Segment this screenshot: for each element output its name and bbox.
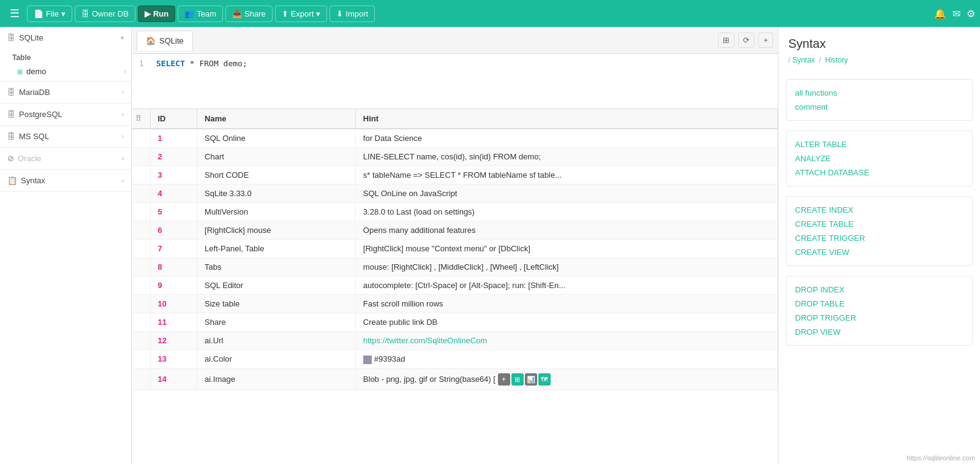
file-icon: 📄: [34, 9, 43, 18]
hamburger-menu-button[interactable]: ☰: [5, 4, 24, 23]
main-layout: 🗄SQLite ▾ Table ⊞demo › 🗄MariaDB › 🗄Post…: [0, 27, 980, 464]
tab-sqlite-label: SQLite: [159, 36, 184, 45]
owner-db-icon: 🗄: [81, 9, 89, 18]
row-handle: [132, 368, 150, 390]
hint-chart-button[interactable]: 📊: [525, 373, 537, 386]
syntax-link-drop-view[interactable]: DROP VIEW: [795, 325, 963, 339]
sidebar-sqlite-label: SQLite: [19, 33, 43, 42]
settings-icon[interactable]: ⚙: [967, 8, 975, 20]
syntax-section-4-inner: DROP INDEX DROP TABLE DROP TRIGGER DROP …: [786, 276, 972, 345]
cell-name: SQL Editor: [197, 276, 356, 295]
cell-name: Share: [197, 313, 356, 332]
syntax-link-create-view[interactable]: CREATE VIEW: [795, 245, 963, 259]
syntax-link-drop-table[interactable]: DROP TABLE: [795, 297, 963, 311]
table-row: 12ai.Urlhttps://twitter.com/SqliteOnline…: [132, 332, 778, 350]
syntax-link-create-table[interactable]: CREATE TABLE: [795, 217, 963, 231]
syntax-link-drop-index[interactable]: DROP INDEX: [795, 283, 963, 297]
table-row: 7Left-Panel, Table[RightClick] mouse "Co…: [132, 240, 778, 258]
hint-link[interactable]: https://twitter.com/SqliteOnlineCom: [363, 336, 487, 345]
cell-id: 10: [150, 295, 197, 313]
toolbar-right: 🔔 ✉ ⚙: [934, 8, 975, 20]
line-number: 1: [139, 59, 151, 104]
team-button[interactable]: 👥 Team: [178, 6, 223, 22]
team-label: Team: [197, 9, 216, 18]
cell-name: Chart: [197, 148, 356, 166]
hint-map-button[interactable]: 🗺: [538, 373, 551, 386]
sqlite-tables: Table ⊞demo ›: [0, 48, 131, 81]
file-chevron-icon: ▾: [61, 9, 66, 18]
syntax-link-analyze[interactable]: ANALYZE: [795, 151, 963, 165]
results-area[interactable]: ⠿ ID Name Hint 1SQL Onlinefor Data Scien…: [132, 109, 778, 464]
syntax-link-all-functions[interactable]: all functions: [795, 86, 963, 100]
tab-action-add-button[interactable]: +: [758, 32, 773, 48]
notification-icon[interactable]: 🔔: [934, 8, 946, 20]
sidebar-section-syntax: 📋Syntax ›: [0, 170, 131, 192]
cell-id: 1: [150, 129, 197, 148]
syntax-section-4: DROP INDEX DROP TABLE DROP TRIGGER DROP …: [786, 276, 973, 346]
sidebar-item-demo[interactable]: ⊞demo ›: [7, 64, 131, 78]
syntax-link-drop-trigger[interactable]: DROP TRIGGER: [795, 311, 963, 325]
tab-action-refresh-button[interactable]: ⟳: [738, 32, 755, 48]
syntax-link-create-trigger[interactable]: CREATE TRIGGER: [795, 231, 963, 245]
sql-content[interactable]: SELECT * FROM demo;: [156, 59, 247, 104]
sidebar-section-mssql: 🗄MS SQL ›: [0, 126, 131, 148]
owner-db-label: Owner DB: [92, 9, 129, 18]
sidebar-header-postgresql[interactable]: 🗄PostgreSQL ‹: [0, 104, 131, 125]
cell-id: 2: [150, 148, 197, 166]
row-handle: [132, 258, 150, 276]
cell-hint: Fast scroll million rows: [355, 295, 777, 313]
results-table: ⠿ ID Name Hint 1SQL Onlinefor Data Scien…: [132, 109, 778, 390]
cell-hint: for Data Science: [355, 129, 777, 148]
owner-db-button[interactable]: 🗄 Owner DB: [75, 6, 135, 22]
mariadb-chevron-icon: ›: [122, 89, 124, 96]
sidebar-oracle-label: Oracle: [18, 154, 41, 163]
sql-editor[interactable]: 1 SELECT * FROM demo;: [132, 54, 778, 109]
syntax-link-comment[interactable]: comment: [795, 100, 963, 114]
results-body: 1SQL Onlinefor Data Science2ChartLINE-SE…: [132, 129, 778, 390]
hint-plus-button[interactable]: +: [498, 373, 510, 386]
tab-sqlite[interactable]: 🏠 SQLite: [137, 31, 193, 51]
syntax-link-attach-database[interactable]: ATTACH DATABASE: [795, 165, 963, 180]
cell-hint: Create public link DB: [355, 313, 777, 332]
run-label: Run: [153, 9, 168, 18]
mariadb-icon: 🗄: [7, 88, 15, 97]
row-handle: [132, 203, 150, 221]
cell-hint: LINE-SELECT name, cos(id), sin(id) FROM …: [355, 148, 777, 166]
table-row: 13ai.Color#9393ad: [132, 350, 778, 369]
run-button[interactable]: ▶ Run: [138, 6, 175, 22]
import-button[interactable]: ⬇ Import: [330, 6, 375, 22]
hint-table-button[interactable]: ⊞: [511, 373, 524, 386]
mssql-icon: 🗄: [7, 132, 15, 141]
cell-hint: s* tableName => SELECT * FROM tableName …: [355, 166, 777, 184]
row-handle: [132, 276, 150, 295]
add-icon: +: [763, 36, 768, 45]
file-button[interactable]: 📄 File ▾: [27, 6, 72, 22]
sidebar-header-syntax[interactable]: 📋Syntax ›: [0, 170, 131, 191]
sqlite-chevron-icon: ▾: [121, 34, 124, 41]
syntax-section-1: all functions comment: [786, 79, 973, 121]
breadcrumb-syntax-link[interactable]: Syntax: [793, 56, 815, 64]
cell-hint: Opens many additional features: [355, 221, 777, 240]
col-name: Name: [197, 109, 356, 129]
sidebar-header-sqlite[interactable]: 🗄SQLite ▾: [0, 27, 131, 48]
cell-name: Size table: [197, 295, 356, 313]
table-row: 14ai.ImageBlob - png, jpg, gif or String…: [132, 368, 778, 390]
sidebar-header-mariadb[interactable]: 🗄MariaDB ›: [0, 82, 131, 103]
export-button[interactable]: ⬆ Export ▾: [275, 6, 328, 22]
table-row: 8Tabsmouse: [RightClick] , [MiddleClick]…: [132, 258, 778, 276]
cell-name: ai.Image: [197, 368, 356, 390]
cell-name: SqLite 3.33.0: [197, 184, 356, 203]
mail-icon[interactable]: ✉: [952, 8, 960, 20]
syntax-link-alter-table[interactable]: ALTER TABLE: [795, 137, 963, 151]
col-id: ID: [150, 109, 197, 129]
syntax-link-create-index[interactable]: CREATE INDEX: [795, 203, 963, 217]
sidebar-header-mssql[interactable]: 🗄MS SQL ›: [0, 126, 131, 147]
share-button[interactable]: 📤 Share: [225, 6, 273, 22]
sidebar-header-oracle[interactable]: ⊘Oracle ›: [0, 148, 131, 169]
handle-icon: ⠿: [135, 114, 141, 123]
cell-id: 5: [150, 203, 197, 221]
row-handle: [132, 148, 150, 166]
tab-action-table-button[interactable]: ⊞: [718, 32, 734, 48]
import-label: Import: [345, 9, 368, 18]
breadcrumb-history-link[interactable]: History: [825, 56, 848, 64]
